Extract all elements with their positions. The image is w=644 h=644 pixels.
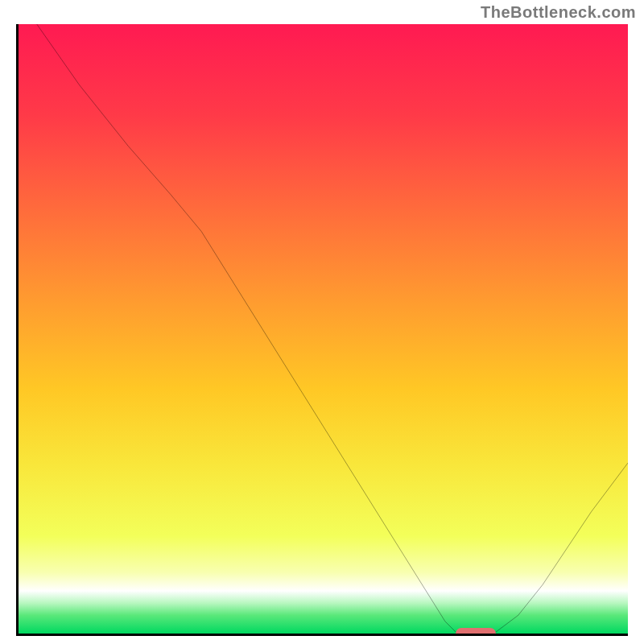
attribution-text: TheBottleneck.com	[481, 3, 636, 22]
bottleneck-curve	[19, 24, 628, 634]
optimal-point-marker	[456, 628, 496, 636]
plot-area	[16, 24, 628, 636]
